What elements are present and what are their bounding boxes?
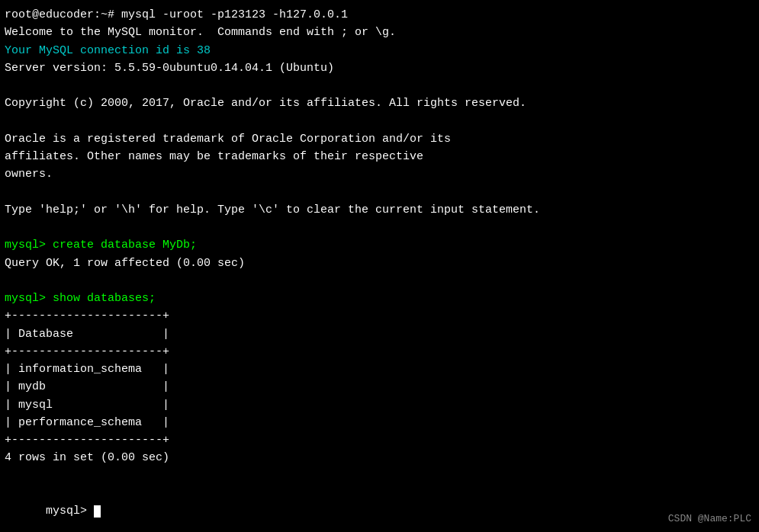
active-prompt-line[interactable]: mysql> [5,485,754,532]
cmd-line: root@educoder:~# mysql -uroot -p123123 -… [5,6,754,24]
table-row-3: | mysql | [5,396,754,414]
table-row-2: | mydb | [5,378,754,396]
welcome-line: Welcome to the MySQL monitor. Commands e… [5,24,754,41]
blank-2 [5,113,754,130]
watermark: CSDN @Name:PLC [668,513,751,524]
blank-5 [5,272,754,290]
table-row-1: | information_schema | [5,361,754,378]
show-cmd-line: mysql> show databases; [5,290,754,307]
oracle-line-1: Oracle is a registered trademark of Orac… [5,130,754,148]
server-version-line: Server version: 5.5.59-0ubuntu0.14.04.1 … [5,59,754,77]
copyright-line: Copyright (c) 2000, 2017, Oracle and/or … [5,95,754,112]
terminal-window: root@educoder:~# mysql -uroot -p123123 -… [0,0,759,532]
table-bottom-line: +----------------------+ [5,431,754,449]
blank-1 [5,77,754,95]
blank-3 [5,184,754,201]
oracle-line-3: owners. [5,165,754,183]
blank-4 [5,219,754,236]
prompt-text: mysql> [46,505,94,518]
terminal-output: root@educoder:~# mysql -uroot -p123123 -… [5,6,754,532]
connection-id-line: Your MySQL connection id is 38 [5,42,754,59]
cursor [94,505,101,518]
create-cmd-line: mysql> create database MyDb; [5,236,754,254]
help-line: Type 'help;' or '\h' for help. Type '\c'… [5,201,754,219]
rows-count-line: 4 rows in set (0.00 sec) [5,449,754,466]
table-sep-line: +----------------------+ [5,343,754,361]
table-top-line: +----------------------+ [5,307,754,325]
oracle-line-2: affiliates. Other names may be trademark… [5,148,754,165]
query-ok-line: Query OK, 1 row affected (0.00 sec) [5,255,754,272]
table-row-4: | performance_schema | [5,414,754,431]
table-header-line: | Database | [5,325,754,343]
blank-6 [5,467,754,485]
